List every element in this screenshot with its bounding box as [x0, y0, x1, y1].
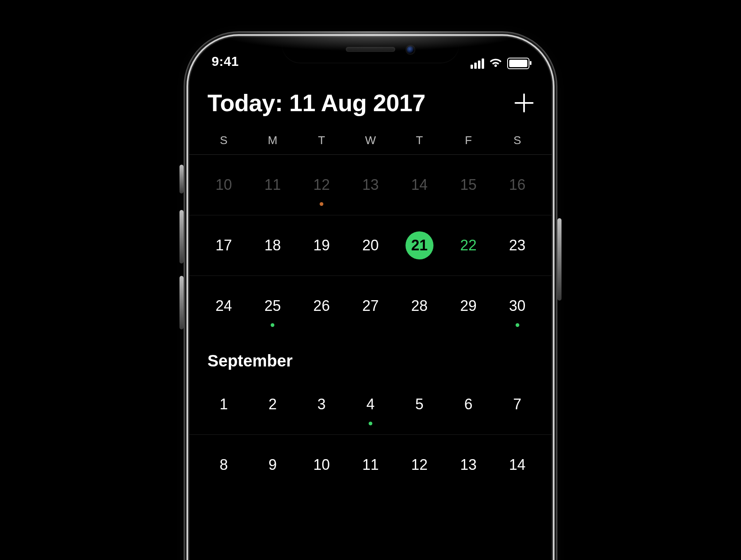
weekday-label: T — [297, 134, 346, 147]
day-number: 19 — [313, 237, 330, 254]
calendar-day[interactable]: 13 — [346, 155, 395, 215]
weekday-header: S M T W T F S — [189, 126, 552, 155]
event-dot-icon — [515, 323, 519, 327]
calendar-day[interactable]: 13 — [444, 435, 493, 495]
status-bar: 9:41 — [189, 37, 552, 71]
stage: 9:41 Today: 11 Aug 2017 S M — [0, 0, 741, 560]
add-button[interactable] — [515, 93, 534, 112]
calendar-day[interactable]: 14 — [493, 435, 542, 495]
calendar-day[interactable]: 6 — [444, 374, 493, 434]
calendar-day[interactable]: 10 — [199, 155, 248, 215]
day-number: 12 — [313, 176, 330, 194]
day-number: 14 — [509, 456, 526, 474]
day-number: 26 — [313, 297, 330, 315]
day-number: 10 — [215, 176, 232, 194]
event-dot-icon — [271, 323, 275, 327]
calendar-row: 24252627282930 — [189, 276, 552, 336]
phone-screen: 9:41 Today: 11 Aug 2017 S M — [189, 37, 552, 560]
day-number: 6 — [464, 396, 473, 413]
calendar-day[interactable]: 11 — [346, 435, 395, 495]
day-number: 29 — [460, 297, 477, 315]
day-number: 8 — [219, 456, 228, 474]
day-number: 16 — [509, 176, 526, 194]
day-number: 30 — [509, 297, 526, 315]
phone-switch — [179, 165, 184, 194]
weekday-label: M — [248, 134, 297, 147]
phone-vol-down — [179, 276, 184, 329]
day-number: 11 — [362, 456, 379, 474]
day-number: 7 — [513, 396, 522, 413]
calendar-day-selected[interactable]: 21 — [395, 215, 444, 275]
day-number: 10 — [313, 456, 330, 474]
day-number: 2 — [268, 396, 277, 413]
calendar-day[interactable]: 29 — [444, 276, 493, 336]
calendar-day[interactable]: 23 — [493, 215, 542, 275]
day-number: 22 — [460, 237, 477, 254]
weekday-label: S — [493, 134, 542, 147]
calendar-day[interactable]: 22 — [444, 215, 493, 275]
calendar-row: 10111213141516 — [189, 155, 552, 215]
calendar-day[interactable]: 10 — [297, 435, 346, 495]
weekday-label: S — [199, 134, 248, 147]
calendar-day[interactable]: 8 — [199, 435, 248, 495]
calendar-row: 1234567 — [189, 374, 552, 435]
day-number: 23 — [509, 237, 526, 254]
calendar-row: 17181920212223 — [189, 215, 552, 276]
weekday-label: W — [346, 134, 395, 147]
event-dot-icon — [368, 422, 372, 425]
calendar-day[interactable]: 3 — [297, 374, 346, 434]
day-number: 5 — [415, 396, 424, 413]
calendar-day[interactable]: 5 — [395, 374, 444, 434]
calendar-day[interactable]: 24 — [199, 276, 248, 336]
phone-frame: 9:41 Today: 11 Aug 2017 S M — [189, 37, 552, 560]
day-number: 1 — [219, 396, 228, 413]
calendar-day[interactable]: 9 — [248, 435, 297, 495]
status-time: 9:41 — [212, 54, 239, 69]
calendar-day[interactable]: 7 — [493, 374, 542, 434]
title-bar: Today: 11 Aug 2017 — [189, 71, 552, 126]
calendar-day[interactable]: 15 — [444, 155, 493, 215]
day-number: 4 — [366, 396, 375, 413]
calendar-day[interactable]: 4 — [346, 374, 395, 434]
day-number: 3 — [317, 396, 326, 413]
day-number: 24 — [215, 297, 232, 315]
day-number: 15 — [460, 176, 477, 194]
calendar-day[interactable]: 14 — [395, 155, 444, 215]
app-content: 9:41 Today: 11 Aug 2017 S M — [189, 37, 552, 560]
calendar-day[interactable]: 25 — [248, 276, 297, 336]
calendar-day[interactable]: 12 — [297, 155, 346, 215]
day-number: 20 — [362, 237, 379, 254]
day-number: 27 — [362, 297, 379, 315]
calendar-day[interactable]: 30 — [493, 276, 542, 336]
calendar-day[interactable]: 12 — [395, 435, 444, 495]
event-dot-icon — [320, 202, 324, 206]
month-label: September — [189, 336, 552, 374]
calendar-day[interactable]: 18 — [248, 215, 297, 275]
day-number: 18 — [264, 237, 281, 254]
calendar-day[interactable]: 1 — [199, 374, 248, 434]
calendar-day[interactable]: 27 — [346, 276, 395, 336]
cellular-icon — [471, 58, 484, 69]
day-number: 25 — [264, 297, 281, 315]
page-title: Today: 11 Aug 2017 — [207, 89, 425, 117]
day-number: 21 — [411, 237, 428, 254]
calendar-day[interactable]: 26 — [297, 276, 346, 336]
day-number: 14 — [411, 176, 428, 194]
day-number: 12 — [411, 456, 428, 474]
calendar-day[interactable]: 28 — [395, 276, 444, 336]
calendar-day[interactable]: 11 — [248, 155, 297, 215]
day-number: 28 — [411, 297, 428, 315]
day-number: 13 — [362, 176, 379, 194]
calendar-grid: 1011121314151617181920212223242526272829… — [189, 155, 552, 495]
calendar-day[interactable]: 20 — [346, 215, 395, 275]
weekday-label: F — [444, 134, 493, 147]
day-number: 13 — [460, 456, 477, 474]
calendar-day[interactable]: 16 — [493, 155, 542, 215]
battery-icon — [507, 58, 529, 69]
calendar-day[interactable]: 19 — [297, 215, 346, 275]
calendar-day[interactable]: 2 — [248, 374, 297, 434]
day-number: 17 — [215, 237, 232, 254]
calendar-row: 891011121314 — [189, 435, 552, 495]
calendar-day[interactable]: 17 — [199, 215, 248, 275]
phone-vol-up — [179, 210, 184, 264]
